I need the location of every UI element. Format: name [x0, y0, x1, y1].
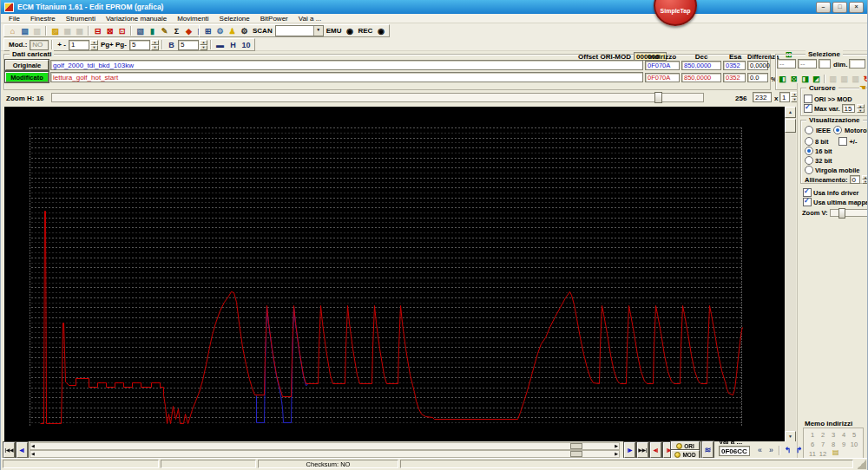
16bit-radio[interactable]: [805, 147, 813, 155]
hand-cursor-icon[interactable]: ☚: [859, 83, 866, 92]
selezione-count-field[interactable]: [819, 59, 831, 69]
menu-item-2[interactable]: Finestre: [25, 14, 61, 23]
window-layout-icon[interactable]: ⊞: [202, 26, 214, 36]
memo-slot-5[interactable]: 5: [849, 430, 859, 440]
modificato-file-field[interactable]: lettura_golf_hot_start: [50, 72, 643, 82]
zoom-h-slider-thumb[interactable]: [654, 92, 662, 103]
jump-forward-icon[interactable]: ↱: [793, 445, 805, 455]
max-var-field[interactable]: 15: [842, 104, 855, 113]
memo-add-icon[interactable]: ▤: [832, 448, 839, 456]
dim-field[interactable]: [849, 59, 865, 69]
rec-record-icon[interactable]: ◉: [375, 26, 386, 36]
memo-slot-3[interactable]: 3: [828, 430, 838, 440]
paste-icon[interactable]: ▥: [31, 26, 43, 36]
originale-button[interactable]: Originale: [5, 60, 49, 70]
h-scrollbar-mod[interactable]: ▶◀: [30, 450, 620, 458]
list-next-icon[interactable]: »: [766, 445, 777, 455]
page-step-spinner[interactable]: ▲▼: [151, 40, 159, 50]
scroll-right-icon[interactable]: ▶: [615, 443, 618, 449]
view-bin-button[interactable]: 10: [240, 40, 252, 50]
signed-checkbox[interactable]: [838, 137, 847, 146]
resize-grip[interactable]: [857, 460, 866, 469]
allineamento-spinner[interactable]: ▲▼: [862, 175, 868, 184]
menu-item-7[interactable]: BitPower: [255, 14, 293, 23]
usa-ultima-mappa-checkbox[interactable]: [803, 198, 812, 206]
ori-mod-checkbox[interactable]: [804, 95, 812, 103]
h-scroll-thumb-ori[interactable]: [570, 443, 582, 449]
memo-slot-7[interactable]: 7: [818, 440, 828, 449]
selezione-to-field[interactable]: --: [798, 59, 817, 69]
originale-file-field[interactable]: golf_2000_tdi_bkd_103kw: [50, 60, 643, 70]
goto-map-icon[interactable]: ◆: [183, 26, 194, 36]
driver-info-icon[interactable]: ▮: [147, 26, 158, 36]
restore-button[interactable]: □: [832, 2, 847, 13]
emu-record-icon[interactable]: ◉: [344, 26, 355, 36]
view-hex-button[interactable]: H: [227, 40, 239, 50]
go-first-button[interactable]: |◀◀: [3, 442, 15, 458]
zoom-v-slider-track[interactable]: [830, 209, 868, 217]
gear-blue-icon[interactable]: ⚙: [214, 26, 226, 36]
title-bar[interactable]: ECM Titanium 1.61 - Edit EPROM (grafica)…: [1, 0, 867, 14]
table-map-icon[interactable]: ⊡: [116, 26, 128, 36]
gear-dark-icon[interactable]: ⚙: [239, 26, 250, 36]
home-icon[interactable]: ⌂: [7, 26, 18, 36]
zoom-v-slider-thumb[interactable]: [838, 208, 845, 219]
memo-slot-6[interactable]: 6: [807, 440, 818, 449]
ori-button[interactable]: ORI: [671, 441, 700, 450]
chevron-down-icon[interactable]: ▼: [313, 26, 323, 36]
step-spinner[interactable]: ▲▼: [90, 40, 98, 50]
max-var-spinner[interactable]: ▲▼: [857, 104, 865, 113]
page-step-field[interactable]: 5: [129, 40, 150, 50]
jump-back-icon[interactable]: ↰: [782, 445, 793, 455]
page-gear-icon[interactable]: ▧: [135, 26, 146, 36]
motorola-radio[interactable]: [833, 126, 842, 134]
zoom-h-slider-track[interactable]: [51, 93, 704, 102]
vai-a-field[interactable]: 0F06CC: [719, 446, 750, 456]
modificato-button[interactable]: Modificato: [5, 72, 49, 82]
step-value-field[interactable]: 1: [69, 40, 89, 50]
menu-item-6[interactable]: Selezione: [214, 14, 255, 23]
size-y-field[interactable]: 232: [753, 92, 772, 102]
save-as-icon[interactable]: ▦: [74, 26, 85, 36]
memo-slot-1[interactable]: 1: [807, 430, 818, 440]
scan-combo[interactable]: ▼: [275, 25, 324, 36]
scroll-thumb[interactable]: [785, 119, 796, 133]
float-radio[interactable]: [805, 166, 813, 174]
go-prev-button[interactable]: ◀|: [16, 442, 28, 458]
h-scrollbar-ori[interactable]: ▶◀: [30, 442, 620, 450]
view-dec-button[interactable]: ▬: [214, 40, 226, 50]
max-var-checkbox[interactable]: [804, 104, 812, 113]
open-folder-icon[interactable]: ▨: [49, 26, 61, 36]
person-icon[interactable]: ♟: [227, 26, 238, 36]
fast-forward-button[interactable]: ▶▶|: [637, 442, 648, 458]
eprom-graph-canvas[interactable]: [4, 107, 785, 442]
select-rows-icon[interactable]: ◧: [777, 74, 788, 84]
zoom-factor-field[interactable]: 1: [779, 92, 790, 102]
menu-item-5[interactable]: Movimenti: [172, 14, 214, 23]
scroll-up-button[interactable]: ▲: [785, 107, 796, 118]
menu-item-4[interactable]: Variazione manuale: [101, 14, 172, 23]
table-star-icon[interactable]: ⊠: [104, 26, 115, 36]
menu-item-1[interactable]: File: [3, 14, 25, 23]
menu-item-8[interactable]: Vai a ...: [293, 14, 327, 23]
table-remove-icon[interactable]: ⊟: [92, 26, 103, 36]
memo-slot-4[interactable]: 4: [838, 430, 849, 440]
memo-slot-2[interactable]: 2: [818, 430, 828, 440]
copy-icon[interactable]: ▤: [19, 26, 30, 36]
close-button[interactable]: ×: [849, 2, 864, 13]
8bit-radio[interactable]: [805, 137, 813, 146]
step-forward-button[interactable]: |▶: [624, 442, 635, 458]
usa-info-driver-checkbox[interactable]: [803, 188, 812, 197]
minimize-button[interactable]: –: [816, 2, 831, 13]
memo-slot-9[interactable]: 9: [838, 440, 849, 449]
sum-sigma-icon[interactable]: Σ: [171, 26, 182, 36]
scroll-right-icon[interactable]: ▶: [615, 451, 618, 457]
bytes-field[interactable]: 5: [178, 40, 199, 50]
save-icon[interactable]: ▦: [62, 26, 73, 36]
32bit-radio[interactable]: [805, 156, 813, 165]
menu-item-3[interactable]: Strumenti: [61, 14, 101, 23]
edit-pencil-icon[interactable]: ✎: [159, 26, 170, 36]
scroll-left-icon[interactable]: ◀: [31, 451, 35, 457]
scroll-left-icon[interactable]: ◀: [31, 443, 35, 449]
step-back-button[interactable]: ◀|: [650, 442, 661, 458]
